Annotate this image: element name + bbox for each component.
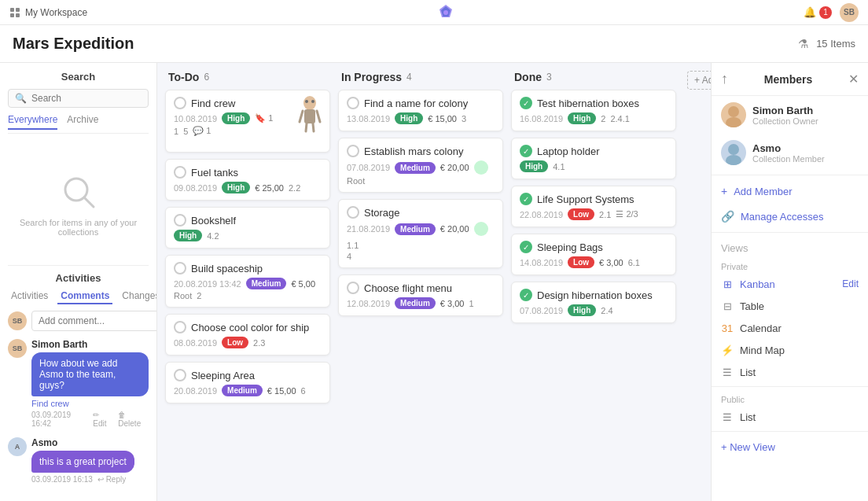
workspace-label: My Workspace <box>9 7 87 18</box>
card-build-spaceship[interactable]: Build spaceship 20.08.2019 13:42 Medium … <box>165 255 330 308</box>
card-colony-name[interactable]: Find a name for colony 13.08.2019 High €… <box>338 90 503 131</box>
comment1-date: 03.09.2019 16:42 <box>31 411 88 428</box>
svg-point-6 <box>443 10 448 15</box>
badge-high: High <box>395 112 423 124</box>
comment1-edit[interactable]: ✏ Edit <box>93 411 113 428</box>
view-list-private[interactable]: ☰ List <box>712 361 868 383</box>
tab-archive[interactable]: Archive <box>67 114 98 130</box>
col-header-todo: To-Do 6 <box>165 71 330 83</box>
svg-point-16 <box>311 100 314 103</box>
card-meta-design-hibern: 07.08.2019 High 2.4 <box>520 304 668 316</box>
card-choose-color[interactable]: Choose cool color for ship 08.08.2019 Lo… <box>165 314 330 355</box>
badge-medium: Medium <box>246 278 287 289</box>
svg-point-17 <box>728 106 739 117</box>
column-inprogress: In Progress 4 Find a name for colony 13.… <box>338 71 503 493</box>
calendar-icon: 31 <box>721 322 734 334</box>
card-sleeping-bags[interactable]: Sleeping Bags 14.08.2019 Low € 3,00 6.1 <box>511 234 676 275</box>
manage-icon: 🔗 <box>721 210 734 223</box>
card-meta-bookshelf: High 4.2 <box>174 230 322 241</box>
member-info-simon: Simon Barth Collection Owner <box>752 105 818 126</box>
view-kanban-left: ⊞ Kanban <box>721 278 775 290</box>
svg-line-13 <box>306 123 307 131</box>
view-calendar[interactable]: 31 Calendar <box>712 317 868 339</box>
svg-line-14 <box>313 123 314 131</box>
card-sleeping-area[interactable]: Sleeping Area 20.08.2019 Medium € 15,00 … <box>165 362 330 403</box>
kanban-edit[interactable]: Edit <box>842 278 859 289</box>
card-meta-build-spaceship: 20.08.2019 13:42 Medium € 5,00 <box>174 278 322 289</box>
notification-area[interactable]: 🔔 1 <box>804 6 832 19</box>
card-circle <box>347 206 359 219</box>
tab-changes[interactable]: Changes <box>119 289 157 304</box>
card-storage[interactable]: Storage 21.08.2019 Medium € 20,00 1.1 4 <box>338 199 503 268</box>
view-list-public[interactable]: ☰ List <box>712 406 868 428</box>
comment1-link[interactable]: Find crew <box>31 399 149 408</box>
comment1-delete[interactable]: 🗑 Delete <box>118 411 149 428</box>
view-calendar-left: 31 Calendar <box>721 322 782 334</box>
card-circle <box>174 97 186 109</box>
card-establish-colony[interactable]: Establish mars colony 07.08.2019 Medium … <box>338 138 503 193</box>
notif-count: 1 <box>819 6 832 19</box>
card-design-hibern[interactable]: Design hibernation boxes 07.08.2019 High… <box>511 282 676 323</box>
card-title-design-hibern: Design hibernation boxes <box>520 289 668 301</box>
add-member-btn[interactable]: + Add Member <box>712 179 868 204</box>
col-count-inprogress: 4 <box>406 72 412 83</box>
private-label: Private <box>712 257 868 273</box>
add-state-button[interactable]: + Add State <box>687 71 711 90</box>
add-comment-row: SB <box>8 311 149 331</box>
badge-high: High <box>568 112 596 124</box>
view-table[interactable]: ⊟ Table <box>712 295 868 317</box>
search-input[interactable] <box>31 93 142 104</box>
svg-point-15 <box>305 100 308 103</box>
badge-medium: Medium <box>395 297 436 309</box>
badge-low: Low <box>568 256 594 268</box>
new-view-button[interactable]: + New View <box>712 435 868 459</box>
card-meta-colony-name: 13.08.2019 High € 15,00 3 <box>347 112 495 124</box>
list-icon-private: ☰ <box>721 366 734 378</box>
member-role-asmo: Collection Member <box>752 154 825 164</box>
card-test-hibern[interactable]: Test hibernation boxes 16.08.2019 High 2… <box>511 90 676 131</box>
tab-everywhere[interactable]: Everywhere <box>8 114 57 130</box>
view-list-public-label: List <box>740 411 756 423</box>
card-fuel-tanks[interactable]: Fuel tanks 09.08.2019 High € 25,00 2.2 <box>165 159 330 201</box>
manage-accesses-btn[interactable]: 🔗 Manage Accesses <box>712 204 868 229</box>
search-tabs: Everywhere Archive <box>8 114 149 134</box>
tab-comments[interactable]: Comments <box>57 289 112 304</box>
filter-icon[interactable]: ⚗ <box>798 37 808 51</box>
kanban-board: To-Do 6 Find crew 10.08.2019 High 🔖 1 1 … <box>157 63 711 501</box>
card-life-support[interactable]: Life Support Systems 22.08.2019 Low 2.1 … <box>511 186 676 227</box>
badge-medium: Medium <box>395 223 436 235</box>
search-box[interactable]: 🔍 <box>8 89 149 108</box>
view-mindmap[interactable]: ⚡ Mind Map <box>712 339 868 361</box>
card-meta-flight-menu: 12.08.2019 Medium € 3,00 1 <box>347 297 495 309</box>
col-header-done: Done 3 <box>511 71 676 83</box>
card-laptop-holder[interactable]: Laptop holder High 4.1 <box>511 138 676 179</box>
card-find-crew[interactable]: Find crew 10.08.2019 High 🔖 1 1 5 💬 1 <box>165 90 330 153</box>
comment2-date: 03.09.2019 16:13 <box>31 475 93 484</box>
user-avatar[interactable]: SB <box>840 3 859 22</box>
items-count: 15 Items <box>816 38 855 50</box>
header-right: ⚗ 15 Items <box>798 37 855 51</box>
plus-icon: + <box>721 185 727 197</box>
sort-icon[interactable]: ↑ <box>721 71 728 87</box>
col-title-done: Done <box>514 71 542 83</box>
comment2-reply[interactable]: ↩ Reply <box>97 475 126 484</box>
workspace-name: My Workspace <box>25 7 87 18</box>
view-list-private-left: ☰ List <box>721 366 756 378</box>
card-bookshelf[interactable]: Bookshelf High 4.2 <box>165 207 330 249</box>
member-name-simon: Simon Barth <box>752 105 818 116</box>
card-title-choose-color: Choose cool color for ship <box>174 321 322 333</box>
view-kanban[interactable]: ⊞ Kanban Edit <box>712 273 868 295</box>
comment-input[interactable] <box>31 311 157 331</box>
col-title-inprogress: In Progress <box>341 71 402 83</box>
view-mindmap-label: Mind Map <box>740 344 785 356</box>
member-role-simon: Collection Owner <box>752 116 818 126</box>
divider4 <box>712 431 868 432</box>
view-kanban-label: Kanban <box>740 278 775 290</box>
member-avatar-asmo <box>721 140 746 165</box>
card-flight-menu[interactable]: Choose flight menu 12.08.2019 Medium € 3… <box>338 274 503 316</box>
col-count-todo: 6 <box>204 72 209 83</box>
close-icon[interactable]: ✕ <box>848 72 859 87</box>
views-title: Views <box>712 236 868 257</box>
kanban-icon: ⊞ <box>721 278 734 290</box>
tab-activities[interactable]: Activities <box>8 289 51 304</box>
